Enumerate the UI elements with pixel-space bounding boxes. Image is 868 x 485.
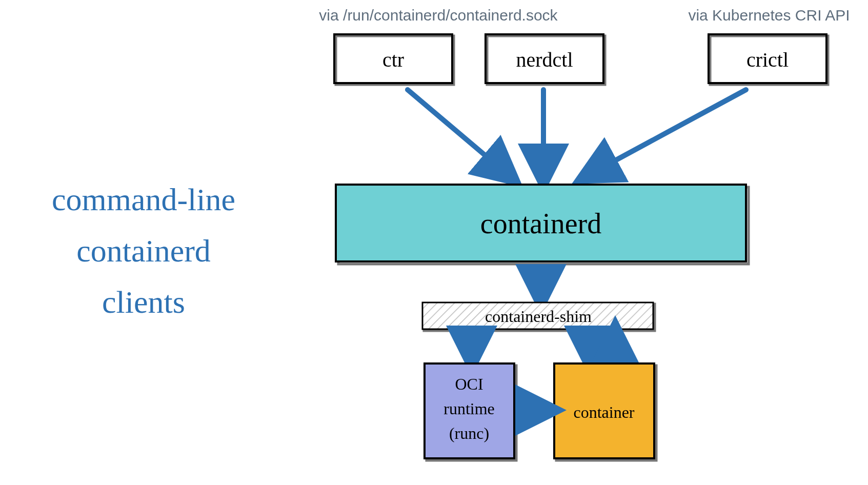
label-ctr: ctr xyxy=(382,48,404,71)
title-line-1: command-line xyxy=(52,182,235,217)
label-oci-1: OCI xyxy=(455,375,483,393)
diagram-canvas: command-line containerd clients via /run… xyxy=(0,0,868,485)
arrow-ctr-to-containerd xyxy=(408,90,508,174)
arrow-crictl-to-containerd xyxy=(590,90,746,174)
label-crictl: crictl xyxy=(746,48,789,71)
title-line-3: clients xyxy=(102,285,185,319)
box-crictl: crictl xyxy=(709,34,828,85)
box-container: container xyxy=(554,363,656,460)
label-oci-3: (runc) xyxy=(449,424,489,442)
box-nerdctl: nerdctl xyxy=(486,34,605,85)
caption-sock: via /run/containerd/containerd.sock xyxy=(319,7,558,24)
diagram-title: command-line containerd clients xyxy=(52,182,235,319)
caption-cri: via Kubernetes CRI API xyxy=(688,7,850,24)
box-shim: containerd-shim xyxy=(422,302,655,331)
title-line-2: containerd xyxy=(76,233,211,268)
box-oci-runtime: OCI runtime (runc) xyxy=(425,363,516,460)
label-nerdctl: nerdctl xyxy=(516,48,573,71)
label-containerd: containerd xyxy=(480,208,601,239)
label-container: container xyxy=(573,403,634,421)
box-containerd: containerd xyxy=(336,185,749,264)
label-oci-2: runtime xyxy=(443,399,495,418)
box-ctr: ctr xyxy=(334,34,454,85)
label-shim: containerd-shim xyxy=(485,307,592,326)
